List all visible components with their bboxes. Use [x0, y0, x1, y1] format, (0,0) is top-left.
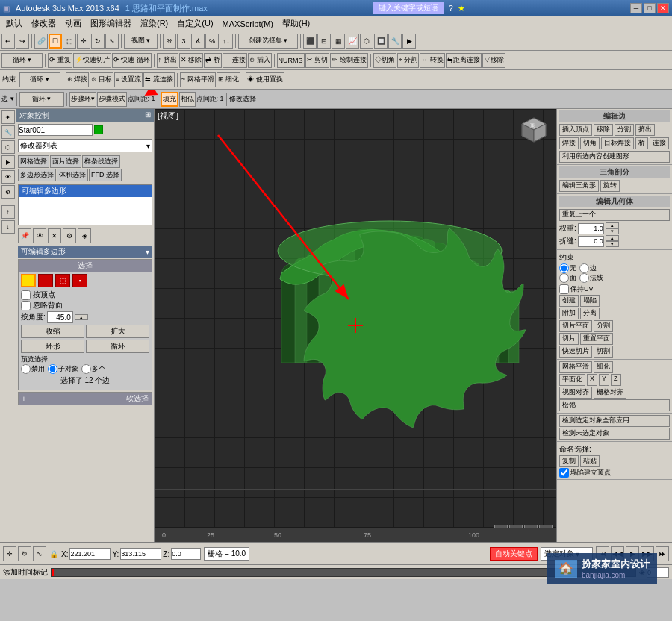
- schematic-btn[interactable]: ⬡: [360, 34, 373, 49]
- step-mode-btn[interactable]: 步骤模式: [97, 92, 127, 107]
- stack-show-btn[interactable]: 👁: [33, 228, 46, 243]
- tab-spline-sel[interactable]: 样条线选择: [82, 155, 120, 168]
- chamfer-btn[interactable]: ◇切角: [373, 53, 396, 68]
- attach-btn[interactable]: 附加: [559, 308, 579, 319]
- planarize-y-btn[interactable]: Y: [599, 374, 609, 386]
- modify-tool[interactable]: 🔧: [1, 125, 15, 139]
- window-controls[interactable]: ─ □ ✕: [630, 3, 669, 13]
- insert-vert-btn[interactable]: 插入顶点: [559, 124, 592, 136]
- tab-patch-sel[interactable]: 面片选择: [50, 155, 81, 168]
- play-btn[interactable]: ▶: [626, 546, 639, 561]
- planarize-z-btn[interactable]: Z: [611, 374, 621, 386]
- named-sel-btn[interactable]: 创建选择集 ▾: [238, 34, 298, 49]
- render-setup-btn[interactable]: 🔧: [388, 34, 402, 49]
- menu-default[interactable]: 默认: [1, 16, 27, 31]
- stack-unique-btn[interactable]: ◈: [78, 228, 91, 243]
- repeat-btn[interactable]: ⟳ 重复: [48, 53, 72, 68]
- vertex-sel-icon[interactable]: ·: [21, 274, 36, 287]
- tab-ffd-sel[interactable]: FFD 选择: [89, 169, 122, 181]
- motion-tool[interactable]: ▶: [1, 155, 15, 169]
- check-all-btn[interactable]: 检测选定对象全部应用: [559, 415, 670, 427]
- menu-animation[interactable]: 动画: [60, 16, 86, 31]
- z-input[interactable]: [171, 548, 201, 560]
- modifier-dropdown[interactable]: 修改器列表 ▾: [18, 139, 152, 152]
- mesh-smooth-btn[interactable]: 网格平滑: [559, 361, 592, 373]
- auto-key-btn[interactable]: 自动关键点: [490, 547, 538, 561]
- remove-edge-btn[interactable]: 移除: [594, 124, 613, 136]
- nurms-btn[interactable]: NURMS: [277, 53, 305, 68]
- bridge-edge-btn[interactable]: 桥: [635, 137, 648, 149]
- loop-btn[interactable]: 循环: [86, 340, 149, 353]
- weight-down-btn[interactable]: ▼: [606, 228, 619, 234]
- cut-btn[interactable]: ✂ 剪切: [305, 53, 330, 68]
- view-align-btn[interactable]: 视图对齐: [559, 387, 592, 399]
- copy-sel-btn[interactable]: 复制: [559, 455, 579, 467]
- divide-btn2[interactable]: 分割: [594, 320, 613, 332]
- create-btn[interactable]: 创建: [559, 295, 579, 307]
- frame-input[interactable]: [647, 567, 669, 578]
- loop-dropdown-btn[interactable]: 循环 ▾: [1, 53, 43, 68]
- stack-config-btn[interactable]: ⚙: [63, 228, 76, 243]
- shrink-tool[interactable]: ↓: [1, 220, 15, 234]
- menu-help[interactable]: 帮助(H): [278, 16, 314, 31]
- by-vertex-cb[interactable]: [21, 290, 31, 300]
- layer-btn[interactable]: ▦: [332, 34, 345, 49]
- snap-btn[interactable]: 3: [177, 34, 190, 49]
- none-radio[interactable]: [559, 263, 569, 273]
- slice-plane-btn[interactable]: 切片平面: [559, 320, 592, 332]
- tab-vol-sel[interactable]: 体积选择: [57, 169, 88, 181]
- normal-radio[interactable]: [579, 273, 589, 283]
- remove2-btn[interactable]: ▽移除: [482, 53, 505, 68]
- weld-btn[interactable]: ⊕ 焊接: [66, 72, 90, 87]
- set-flow-btn[interactable]: ≡ 设置流: [114, 72, 143, 87]
- move-btn[interactable]: ✛: [77, 34, 90, 49]
- select-obj-btn[interactable]: 🔗: [34, 34, 48, 49]
- create-tool[interactable]: ✦: [1, 110, 15, 124]
- key-prev-btn[interactable]: ◀◀: [611, 546, 624, 561]
- move-status-btn[interactable]: ✛: [3, 546, 16, 561]
- menu-modifier[interactable]: 修改器: [27, 16, 60, 31]
- percent-btn[interactable]: %: [163, 34, 176, 49]
- quick-slice-btn2[interactable]: 快速切片: [559, 346, 592, 358]
- tab-mesh-sel[interactable]: 网格选择: [18, 155, 49, 168]
- poly-sel-icon[interactable]: ▪: [72, 274, 87, 287]
- cut-btn2[interactable]: 切割: [594, 346, 613, 358]
- face-radio[interactable]: [559, 273, 569, 283]
- object-color[interactable]: [94, 125, 103, 134]
- freeform-btn[interactable]: 循环 ▾: [19, 92, 64, 107]
- tab-poly-sel[interactable]: 多边形选择: [18, 169, 56, 181]
- check-unsel-btn[interactable]: 检测未选定对象: [559, 428, 670, 440]
- curve-btn[interactable]: 📈: [346, 34, 359, 49]
- obj-control-icon[interactable]: ⊞: [145, 110, 151, 121]
- reset-plane-btn[interactable]: 重置平面: [580, 333, 613, 345]
- distance-connect-btn[interactable]: ⇆距离连接: [446, 53, 482, 68]
- hierarchy-tool[interactable]: ⬡: [1, 140, 15, 154]
- step-loop-btn[interactable]: 步骤环▾: [69, 92, 96, 107]
- menu-graph-editor[interactable]: 图形编辑器: [86, 16, 136, 31]
- modifier-stack-item-poly[interactable]: 可编辑多边形: [19, 185, 152, 197]
- rotate-tri-btn[interactable]: 旋转: [600, 180, 620, 192]
- insert-btn[interactable]: ⊕ 插入: [248, 53, 272, 68]
- mirror-btn[interactable]: ⬛: [303, 34, 317, 49]
- planarize-x-btn[interactable]: X: [587, 374, 597, 386]
- select-region-btn[interactable]: ⬚: [63, 34, 76, 49]
- edge-sel-icon[interactable]: —: [38, 274, 53, 287]
- viewport-cube[interactable]: 顶: [519, 115, 549, 145]
- grow-tool[interactable]: ↑: [1, 205, 15, 219]
- create-shape-btn[interactable]: 利用所选内容创建图形: [559, 151, 670, 163]
- extrude-edge-btn[interactable]: 挤出: [635, 124, 655, 136]
- spinner-btn[interactable]: ↑↓: [220, 34, 233, 49]
- mat-editor-btn[interactable]: 🔲: [374, 34, 388, 49]
- ring-btn[interactable]: 环形: [21, 340, 84, 353]
- stack-delete-btn[interactable]: ✕: [48, 228, 61, 243]
- selection-rollout-header[interactable]: 选择: [19, 260, 152, 272]
- crease-up-btn[interactable]: ▲: [606, 235, 619, 241]
- transform-btn[interactable]: ↔ 转换: [420, 53, 445, 68]
- flow-connect-btn[interactable]: ⇋ 流连接: [143, 72, 175, 87]
- nurms2-btn[interactable]: 循环 ▾: [19, 72, 60, 87]
- use-displace-btn[interactable]: ◈ 使用置换: [246, 72, 284, 87]
- rotate-btn[interactable]: ↻: [91, 34, 105, 49]
- angle-input[interactable]: [47, 311, 73, 323]
- detach-btn[interactable]: 分离: [580, 308, 600, 319]
- menu-render[interactable]: 渲染(R): [136, 16, 172, 31]
